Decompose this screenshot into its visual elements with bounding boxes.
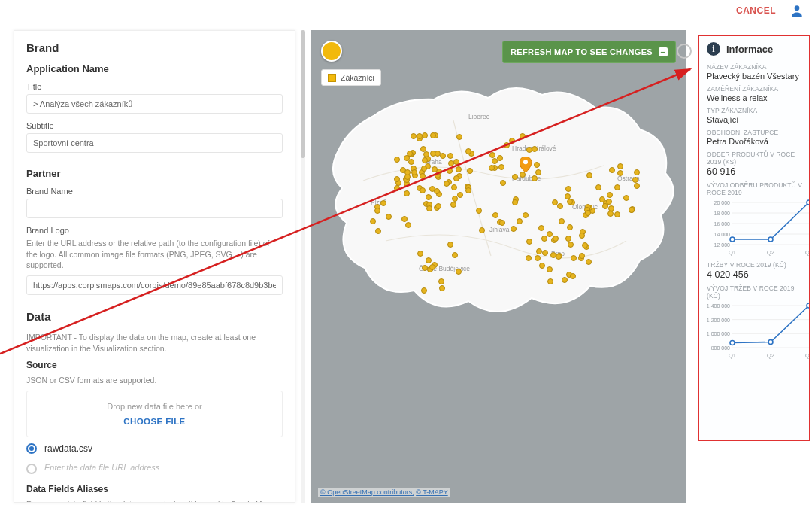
svg-text:16 000: 16 000: [714, 221, 731, 227]
svg-text:Q3: Q3: [805, 352, 810, 359]
user-icon[interactable]: [789, 3, 804, 18]
info-label-name: NÁZEV ZÁKAZNÍKA: [707, 63, 803, 71]
svg-text:Q1: Q1: [729, 249, 736, 256]
info-value-rep: Petra Dvořáková: [707, 137, 803, 146]
info-label-rev: TRŽBY V ROCE 2019 (KČ): [707, 261, 803, 269]
data-heading: Data: [26, 310, 283, 323]
refresh-banner[interactable]: REFRESH MAP TO SEE CHANGES: [502, 41, 676, 63]
svg-point-40: [768, 340, 773, 345]
svg-point-41: [807, 303, 810, 308]
data-help: IMPORTANT - To display the data on the m…: [26, 332, 283, 354]
info-icon: [707, 42, 720, 56]
map-legend: Zákazníci: [321, 69, 381, 86]
info-value-focus: Wellness a relax: [707, 93, 803, 102]
refresh-text: REFRESH MAP TO SEE CHANGES: [511, 47, 653, 56]
info-value-name: Plavecký bazén Všestary: [707, 71, 803, 81]
svg-text:1 200 000: 1 200 000: [707, 318, 730, 323]
app-name-heading: Application Name: [26, 63, 283, 75]
svg-text:Q1: Q1: [729, 352, 736, 359]
aliases-heading: Data Fields Aliases: [26, 484, 283, 494]
info-label-rev-trend: VÝVOJ TRŽEB V ROCE 2019 (KČ): [707, 284, 803, 300]
info-heading: Informace: [726, 44, 773, 55]
source-help: JSON or CSV formats are supported.: [26, 375, 283, 386]
svg-text:1 000 000: 1 000 000: [707, 331, 730, 336]
svg-text:1 400 000: 1 400 000: [707, 303, 730, 309]
info-value-type: Stávající: [707, 115, 803, 124]
radio-file[interactable]: [26, 443, 37, 454]
svg-point-39: [730, 340, 735, 345]
info-label-focus: ZAMĚŘENÍ ZÁKAZNÍKA: [707, 85, 803, 93]
qty-trend-chart: 12 00014 00016 00018 00020 000Q1Q2Q3: [707, 198, 810, 257]
title-label: Title: [26, 82, 283, 91]
brandname-label: Brand Name: [26, 187, 283, 196]
logo-help: Enter the URL address or the relative pa…: [26, 238, 283, 271]
svg-text:20 000: 20 000: [714, 200, 731, 205]
svg-text:18 000: 18 000: [714, 211, 731, 216]
radio-url[interactable]: [26, 464, 37, 474]
selected-pin-icon[interactable]: [520, 157, 532, 173]
choose-file-button[interactable]: CHOOSE FILE: [33, 417, 276, 426]
info-label-rep: OBCHODNÍ ZÁSTUPCE: [707, 129, 803, 136]
info-value-qty: 60 916: [707, 166, 803, 177]
info-panel: Informace NÁZEV ZÁKAZNÍKA Plavecký bazén…: [698, 35, 810, 441]
info-label-qty-trend: VÝVOJ ODBĚRU PRODUKTŮ V ROCE 2019: [707, 181, 803, 196]
info-label-type: TYP ZÁKAZNÍKA: [707, 107, 803, 114]
layers-icon[interactable]: [677, 44, 692, 59]
partner-heading: Partner: [26, 168, 283, 179]
svg-text:Q3: Q3: [805, 249, 810, 256]
svg-text:800 000: 800 000: [711, 345, 730, 351]
radio-file-label: rawdata.csv: [44, 443, 92, 454]
subtitle-input[interactable]: [26, 133, 283, 153]
svg-text:Q2: Q2: [767, 352, 774, 359]
info-label-qty: ODBĚR PRODUKTŮ V ROCE 2019 (KS): [707, 151, 803, 166]
logo-label: Brand Logo: [26, 226, 283, 235]
svg-point-26: [768, 237, 773, 242]
svg-text:14 000: 14 000: [714, 232, 731, 237]
source-heading: Source: [26, 360, 283, 370]
info-value-rev: 4 020 456: [707, 269, 803, 280]
aliases-help: Rename a data field in the data source b…: [26, 499, 283, 503]
svg-text:12 000: 12 000: [714, 242, 731, 248]
svg-point-25: [730, 237, 735, 242]
rev-trend-chart: 800 0001 000 0001 200 0001 400 000Q1Q2Q3: [707, 301, 810, 360]
config-panel: Brand Application Name Title Subtitle Pa…: [14, 30, 295, 503]
map-attribution[interactable]: © OpenStreetMap contributors, © T-MAPY: [318, 488, 450, 497]
svg-point-11: [523, 160, 528, 164]
data-points-layer: [318, 75, 679, 331]
file-dropzone[interactable]: Drop new data file here or CHOOSE FILE: [26, 391, 283, 437]
logo-input[interactable]: [26, 275, 283, 295]
svg-point-27: [807, 200, 810, 205]
collapse-icon[interactable]: [659, 47, 668, 56]
cancel-button[interactable]: CANCEL: [736, 5, 776, 16]
legend-label: Zákazníci: [341, 73, 374, 82]
svg-text:Q2: Q2: [767, 249, 774, 256]
legend-swatch: [328, 74, 336, 82]
title-input[interactable]: [26, 94, 283, 114]
url-input-placeholder[interactable]: Enter the data file URL address: [44, 460, 159, 478]
left-scrollbar[interactable]: [301, 30, 305, 503]
map-canvas[interactable]: Zákazníci REFRESH MAP TO SEE CHANGES Pra…: [311, 30, 686, 503]
brand-heading: Brand: [26, 41, 283, 54]
svg-point-0: [795, 5, 800, 11]
dropzone-text: Drop new data file here or: [33, 402, 276, 411]
subtitle-label: Subtitle: [26, 121, 283, 130]
brand-logo-badge: [321, 41, 342, 62]
brandname-input[interactable]: [26, 199, 283, 218]
